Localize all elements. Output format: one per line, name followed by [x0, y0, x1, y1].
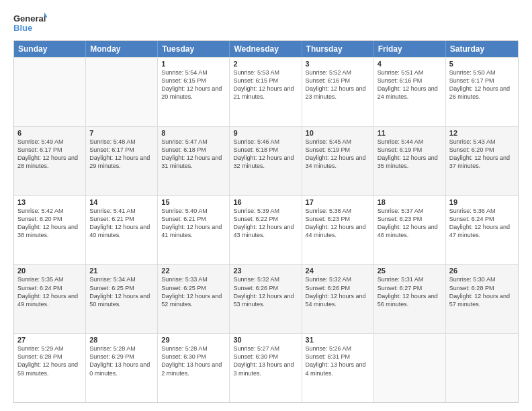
- day-number: 4: [378, 60, 442, 68]
- header-cell-tuesday: Tuesday: [158, 41, 230, 57]
- header-cell-wednesday: Wednesday: [230, 41, 302, 57]
- calendar-cell: 18Sunrise: 5:37 AM Sunset: 6:23 PM Dayli…: [374, 196, 446, 265]
- day-info: Sunrise: 5:39 AM Sunset: 6:22 PM Dayligh…: [233, 207, 298, 240]
- svg-text:Blue: Blue: [13, 23, 32, 33]
- day-number: 30: [233, 336, 298, 344]
- day-info: Sunrise: 5:41 AM Sunset: 6:21 PM Dayligh…: [89, 207, 154, 240]
- calendar-cell: 25Sunrise: 5:31 AM Sunset: 6:27 PM Dayli…: [374, 265, 446, 333]
- day-info: Sunrise: 5:34 AM Sunset: 6:25 PM Dayligh…: [89, 275, 154, 308]
- day-number: 5: [449, 60, 515, 68]
- day-info: Sunrise: 5:54 AM Sunset: 6:15 PM Dayligh…: [161, 68, 226, 101]
- calendar-cell: 1Sunrise: 5:54 AM Sunset: 6:15 PM Daylig…: [158, 58, 230, 126]
- day-number: 27: [17, 336, 82, 344]
- day-info: Sunrise: 5:50 AM Sunset: 6:17 PM Dayligh…: [449, 68, 515, 101]
- header-cell-saturday: Saturday: [446, 41, 518, 57]
- day-info: Sunrise: 5:31 AM Sunset: 6:27 PM Dayligh…: [378, 275, 442, 308]
- calendar-cell: 6Sunrise: 5:49 AM Sunset: 6:17 PM Daylig…: [14, 127, 86, 195]
- day-number: 12: [449, 129, 515, 137]
- day-info: Sunrise: 5:27 AM Sunset: 6:30 PM Dayligh…: [233, 345, 298, 377]
- calendar-cell: 26Sunrise: 5:30 AM Sunset: 6:28 PM Dayli…: [446, 265, 518, 333]
- header-cell-sunday: Sunday: [14, 41, 86, 57]
- logo: General Blue: [13, 11, 47, 35]
- calendar-cell: [86, 58, 158, 126]
- calendar-cell: 27Sunrise: 5:29 AM Sunset: 6:28 PM Dayli…: [14, 334, 86, 402]
- day-number: 9: [233, 129, 298, 137]
- header-cell-friday: Friday: [374, 41, 446, 57]
- day-number: 11: [378, 129, 442, 137]
- day-info: Sunrise: 5:36 AM Sunset: 6:24 PM Dayligh…: [449, 207, 515, 240]
- day-info: Sunrise: 5:29 AM Sunset: 6:28 PM Dayligh…: [17, 345, 82, 377]
- header-cell-thursday: Thursday: [302, 41, 374, 57]
- day-number: 1: [161, 60, 226, 68]
- calendar-cell: 23Sunrise: 5:32 AM Sunset: 6:26 PM Dayli…: [230, 265, 302, 333]
- day-info: Sunrise: 5:28 AM Sunset: 6:30 PM Dayligh…: [161, 345, 226, 377]
- calendar-cell: 30Sunrise: 5:27 AM Sunset: 6:30 PM Dayli…: [230, 334, 302, 402]
- day-info: Sunrise: 5:48 AM Sunset: 6:17 PM Dayligh…: [89, 138, 154, 171]
- calendar-week-5: 27Sunrise: 5:29 AM Sunset: 6:28 PM Dayli…: [14, 333, 518, 402]
- calendar-cell: 4Sunrise: 5:51 AM Sunset: 6:16 PM Daylig…: [374, 58, 446, 126]
- day-number: 16: [233, 198, 298, 206]
- calendar-cell: 3Sunrise: 5:52 AM Sunset: 6:16 PM Daylig…: [302, 58, 374, 126]
- calendar-cell: 21Sunrise: 5:34 AM Sunset: 6:25 PM Dayli…: [86, 265, 158, 333]
- day-info: Sunrise: 5:49 AM Sunset: 6:17 PM Dayligh…: [17, 138, 82, 171]
- calendar-cell: 10Sunrise: 5:45 AM Sunset: 6:19 PM Dayli…: [302, 127, 374, 195]
- day-number: 18: [378, 198, 442, 206]
- day-number: 3: [306, 60, 370, 68]
- day-number: 25: [378, 267, 442, 275]
- day-number: 15: [161, 198, 226, 206]
- calendar-body: 1Sunrise: 5:54 AM Sunset: 6:15 PM Daylig…: [14, 57, 518, 402]
- day-info: Sunrise: 5:37 AM Sunset: 6:23 PM Dayligh…: [378, 207, 442, 240]
- day-number: 23: [233, 267, 298, 275]
- calendar-cell: 31Sunrise: 5:26 AM Sunset: 6:31 PM Dayli…: [302, 334, 374, 402]
- calendar-cell: 14Sunrise: 5:41 AM Sunset: 6:21 PM Dayli…: [86, 196, 158, 265]
- calendar-cell: 13Sunrise: 5:42 AM Sunset: 6:20 PM Dayli…: [14, 196, 86, 265]
- header-cell-monday: Monday: [86, 41, 158, 57]
- calendar-cell: 16Sunrise: 5:39 AM Sunset: 6:22 PM Dayli…: [230, 196, 302, 265]
- day-info: Sunrise: 5:38 AM Sunset: 6:23 PM Dayligh…: [306, 207, 370, 240]
- day-number: 31: [306, 336, 370, 344]
- calendar-cell: [446, 334, 518, 402]
- day-info: Sunrise: 5:33 AM Sunset: 6:25 PM Dayligh…: [161, 275, 226, 308]
- day-info: Sunrise: 5:51 AM Sunset: 6:16 PM Dayligh…: [378, 68, 442, 101]
- calendar-cell: 12Sunrise: 5:43 AM Sunset: 6:20 PM Dayli…: [446, 127, 518, 195]
- day-number: 28: [89, 336, 154, 344]
- day-number: 8: [161, 129, 226, 137]
- day-number: 10: [306, 129, 370, 137]
- calendar-cell: 20Sunrise: 5:35 AM Sunset: 6:24 PM Dayli…: [14, 265, 86, 333]
- day-info: Sunrise: 5:44 AM Sunset: 6:19 PM Dayligh…: [378, 138, 442, 171]
- day-number: 17: [306, 198, 370, 206]
- calendar-week-2: 6Sunrise: 5:49 AM Sunset: 6:17 PM Daylig…: [14, 126, 518, 195]
- calendar: SundayMondayTuesdayWednesdayThursdayFrid…: [13, 40, 519, 403]
- calendar-week-1: 1Sunrise: 5:54 AM Sunset: 6:15 PM Daylig…: [14, 57, 518, 126]
- calendar-cell: 9Sunrise: 5:46 AM Sunset: 6:18 PM Daylig…: [230, 127, 302, 195]
- day-number: 29: [161, 336, 226, 344]
- day-number: 2: [233, 60, 298, 68]
- day-number: 22: [161, 267, 226, 275]
- page: General Blue SundayMondayTuesdayWednesda…: [0, 0, 532, 411]
- day-number: 21: [89, 267, 154, 275]
- calendar-cell: 15Sunrise: 5:40 AM Sunset: 6:21 PM Dayli…: [158, 196, 230, 265]
- day-info: Sunrise: 5:46 AM Sunset: 6:18 PM Dayligh…: [233, 138, 298, 171]
- day-number: 20: [17, 267, 82, 275]
- day-info: Sunrise: 5:32 AM Sunset: 6:26 PM Dayligh…: [306, 275, 370, 308]
- day-info: Sunrise: 5:47 AM Sunset: 6:18 PM Dayligh…: [161, 138, 226, 171]
- day-info: Sunrise: 5:40 AM Sunset: 6:21 PM Dayligh…: [161, 207, 226, 240]
- calendar-cell: 28Sunrise: 5:28 AM Sunset: 6:29 PM Dayli…: [86, 334, 158, 402]
- day-number: 19: [449, 198, 515, 206]
- calendar-cell: 2Sunrise: 5:53 AM Sunset: 6:15 PM Daylig…: [230, 58, 302, 126]
- day-info: Sunrise: 5:26 AM Sunset: 6:31 PM Dayligh…: [306, 345, 370, 377]
- calendar-cell: 7Sunrise: 5:48 AM Sunset: 6:17 PM Daylig…: [86, 127, 158, 195]
- day-info: Sunrise: 5:30 AM Sunset: 6:28 PM Dayligh…: [449, 275, 515, 308]
- calendar-week-4: 20Sunrise: 5:35 AM Sunset: 6:24 PM Dayli…: [14, 264, 518, 333]
- calendar-cell: [374, 334, 446, 402]
- calendar-cell: 22Sunrise: 5:33 AM Sunset: 6:25 PM Dayli…: [158, 265, 230, 333]
- svg-text:General: General: [13, 13, 46, 24]
- calendar-cell: 11Sunrise: 5:44 AM Sunset: 6:19 PM Dayli…: [374, 127, 446, 195]
- calendar-cell: [14, 58, 86, 126]
- day-number: 6: [17, 129, 82, 137]
- day-number: 7: [89, 129, 154, 137]
- day-number: 24: [306, 267, 370, 275]
- day-number: 14: [89, 198, 154, 206]
- calendar-cell: 8Sunrise: 5:47 AM Sunset: 6:18 PM Daylig…: [158, 127, 230, 195]
- day-info: Sunrise: 5:35 AM Sunset: 6:24 PM Dayligh…: [17, 275, 82, 308]
